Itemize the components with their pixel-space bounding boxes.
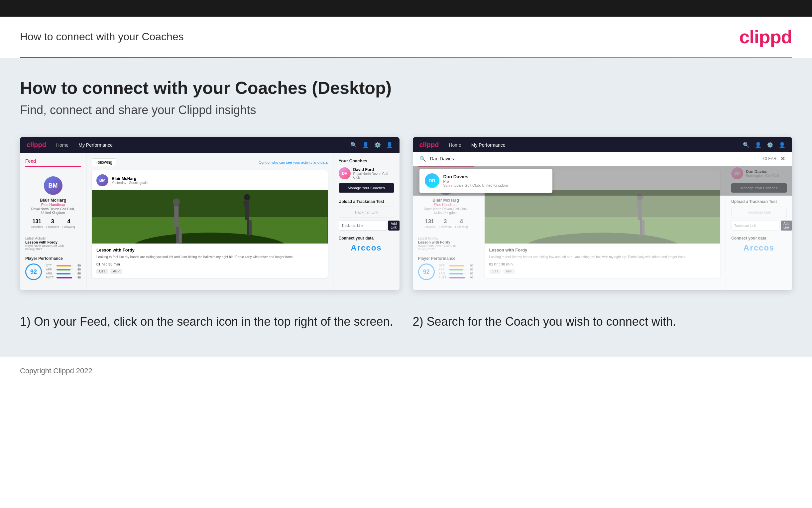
following-row: Following Control who can see your activ… [92,158,328,166]
main-heading: How to connect with your Coaches (Deskto… [20,78,792,98]
app-body-1: Feed BM Blair McHarg Plus Handicap Royal… [20,153,399,290]
act-avatar: BM [96,174,108,186]
activity-header: BM Blair McHarg Yesterday · Sunningdale [92,170,328,190]
coach-club: Royal North Devon Golf Club [353,172,394,179]
bar-arg: ARG 86 [46,272,81,275]
player-performance: Player Performance 92 OTT 90 [25,256,81,280]
pp-score-row: 92 OTT 90 APP [25,263,81,280]
app-center: Following Control who can see your activ… [86,153,333,290]
avatar-icon-2[interactable]: 👤 [779,142,785,148]
latest-activity: Latest Activity Lesson with Fordy Royal … [25,237,81,251]
control-link[interactable]: Control who can see your activity and da… [258,160,327,164]
avatar-icon[interactable]: 👤 [386,142,393,148]
settings-icon-2[interactable]: ⚙️ [767,142,773,148]
step-1-text: 1) On your Feed, click on the search ico… [20,307,399,330]
profile-icon-2[interactable]: 👤 [755,142,761,148]
stat-followers-2: 3 Followers [439,219,452,228]
user-name: Blair McHarg [29,198,77,203]
coach-item: DF David Ford Royal North Devon Golf Clu… [339,167,394,179]
svg-rect-7 [249,220,252,235]
svg-rect-19 [642,220,644,235]
result-avatar: DD [425,173,439,188]
manage-coaches-button[interactable]: Manage Your Coaches [339,183,394,193]
top-bar [0,0,812,17]
clear-button[interactable]: CLEAR [763,156,776,161]
nav-home-2: Home [449,142,461,148]
pp-bars: OTT 90 APP [46,264,81,280]
la-label: Latest Activity [25,237,81,240]
close-search-button[interactable]: ✕ [780,155,785,162]
pp-score: 92 [25,263,42,280]
app-left-panel: Feed BM Blair McHarg Plus Handicap Royal… [20,153,86,290]
search-bar-icon: 🔍 [420,156,426,162]
act-info: Blair McHarg Yesterday · Sunningdale [112,176,148,185]
connect-title: Connect your data [339,236,394,241]
user-card: BM Blair McHarg Plus Handicap Royal Nort… [25,172,81,232]
coach-avatar: DF [339,167,351,179]
search-overlay: 🔍 Dan Davies CLEAR ✕ DD Dan Davies Pro S… [413,152,793,196]
nav-home: Home [56,142,68,148]
app-nav-logo-2: clippd [420,141,439,149]
svg-rect-10 [176,227,179,244]
app-nav-1: clippd Home My Performance 🔍 👤 ⚙️ 👤 [20,137,399,153]
stat-following-2: 4 Following [455,219,468,228]
svg-point-3 [244,194,250,200]
coach-info: David Ford Royal North Devon Golf Club [353,167,394,179]
user-stats-2: 131 Activities 3 Followers 4 Following [422,219,470,228]
bar-ott: OTT 90 [46,264,81,267]
stat-activities: 131 Activities [31,219,43,228]
trackman-section: Upload a Trackman Test Trackman Link Add… [339,199,394,230]
clippd-logo: clippd [739,26,792,48]
lesson-title: Lesson with Fordy [96,248,323,253]
app-nav-icons: 🔍 👤 ⚙️ 👤 [350,142,393,148]
settings-icon[interactable]: ⚙️ [374,142,381,148]
page-title: How to connect with your Coaches [20,31,184,43]
la-club: Royal North Devon Golf Club [25,244,81,248]
screenshot-1: clippd Home My Performance 🔍 👤 ⚙️ 👤 Feed… [20,137,399,290]
user-club: Royal North Devon Golf Club, United King… [29,207,77,215]
svg-rect-9 [174,206,179,227]
activity-card: BM Blair McHarg Yesterday · Sunningdale [92,170,328,278]
user-name-2: Blair McHarg [422,198,470,203]
main-content: How to connect with your Coaches (Deskto… [0,58,812,356]
search-bar: 🔍 Dan Davies CLEAR ✕ [413,152,793,166]
trackman-placeholder: Trackman Link [339,207,394,218]
player-performance-2: Player Performance 92 OTT 90 [418,256,474,280]
activity-image [92,190,328,244]
footer: Copyright Clippd 2022 [0,356,812,385]
add-link-button[interactable]: Add Link [388,220,399,230]
result-info: Dan Davies Pro Sunningdale Golf Club, Un… [443,174,508,187]
trackman-input-row: Add Link [339,220,394,230]
coach-name: David Ford [353,167,394,172]
result-role: Pro [443,179,508,183]
la-date: 03 Aug 2022 [25,248,81,251]
search-icon[interactable]: 🔍 [350,142,357,148]
app-nav-icons-2: 🔍 👤 ⚙️ 👤 [743,142,785,148]
search-results: DD Dan Davies Pro Sunningdale Golf Club,… [420,169,553,193]
svg-rect-6 [247,220,249,236]
app-right-panel: Your Coaches DF David Ford Royal North D… [333,153,399,290]
step-1-label: 1) On your Feed, click on the search ico… [20,313,399,330]
feed-label: Feed [25,158,81,167]
la-title: Lesson with Fordy [25,240,81,244]
result-club: Sunningdale Golf Club, United Kingdom [443,183,508,187]
search-icon-2[interactable]: 🔍 [743,142,750,148]
stat-followers: 3 Followers [46,219,59,228]
upload-title: Upload a Trackman Test [339,199,394,204]
step-2-label: 2) Search for the Coach you wish to conn… [413,313,793,330]
stat-following: 4 Following [62,219,75,228]
nav-my-performance: My Performance [79,142,113,148]
screenshot-2: clippd Home My Performance 🔍 👤 ⚙️ 👤 🔍 Da… [413,137,793,290]
act-meta: Yesterday · Sunningdale [112,181,148,185]
trackman-input[interactable] [339,220,387,230]
profile-icon[interactable]: 👤 [362,142,369,148]
user-handicap-2: Plus Handicap [422,203,470,207]
pp-title: Player Performance [25,256,81,261]
app-nav-logo: clippd [27,141,46,149]
user-avatar: BM [44,176,62,195]
bar-app: APP 85 [46,268,81,271]
app-nav-2: clippd Home My Performance 🔍 👤 ⚙️ 👤 [413,137,793,153]
following-button[interactable]: Following [92,158,116,166]
search-result-item[interactable]: DD Dan Davies Pro Sunningdale Golf Club,… [420,169,553,193]
search-input-display[interactable]: Dan Davies [430,156,759,161]
